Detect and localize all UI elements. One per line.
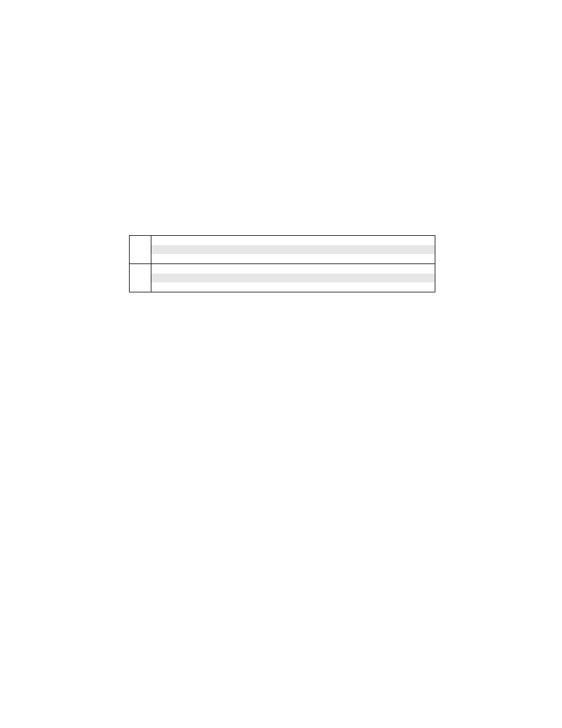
table-row [130, 264, 435, 292]
cell-stripe [130, 282, 150, 291]
page [0, 0, 562, 728]
cell-stripe [151, 254, 435, 263]
cell-stripe [151, 274, 435, 282]
cell-stripe [130, 274, 150, 282]
cell-stripe [151, 245, 435, 254]
table-row [130, 236, 435, 264]
layout-table [129, 235, 435, 292]
cell-stripe [151, 282, 435, 291]
cell-stripe [130, 236, 150, 245]
cell-stripe [151, 236, 435, 245]
cell-stripe [130, 254, 150, 263]
table-cell-left [130, 264, 151, 292]
table-cell-right [151, 264, 435, 292]
table-cell-right [151, 236, 435, 264]
cell-stripe [130, 265, 150, 274]
table-cell-left [130, 236, 151, 264]
cell-stripe [151, 265, 435, 274]
cell-stripe [130, 245, 150, 254]
